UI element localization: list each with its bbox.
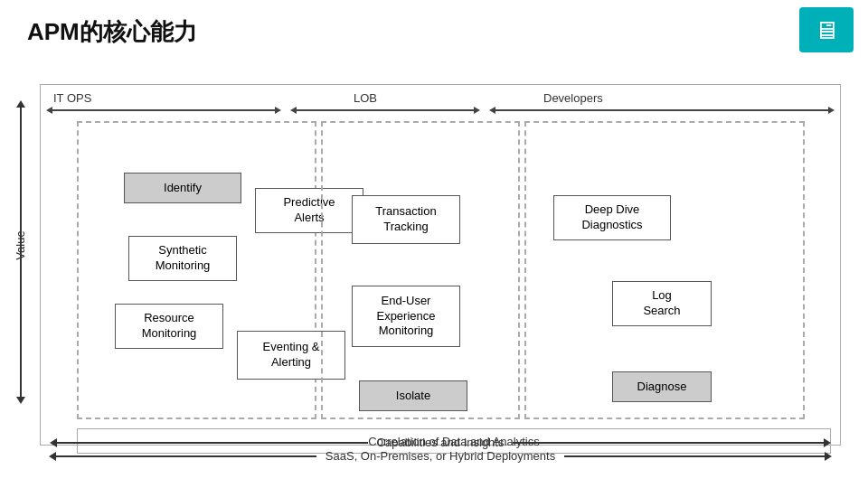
page-title: APM的核心能力: [0, 0, 868, 57]
box-identify: Identify: [124, 173, 241, 203]
label-capabilities: Capabilities and Insights: [368, 436, 514, 449]
label-saas: SaaS, On-Premises, or Hybrid Deployments: [316, 449, 564, 463]
box-diagnose: Diagnose: [612, 371, 712, 402]
section-lob: LOB: [290, 91, 377, 105]
area-itops: Identify Predictive Alerts Synthetic Mon…: [77, 121, 316, 419]
section-itops: IT OPS: [46, 91, 91, 105]
box-log-search: Log Search: [612, 281, 712, 326]
box-resource-monitoring: Resource Monitoring: [115, 304, 223, 349]
section-developers: Developers: [489, 91, 603, 105]
monitor-icon: 🖥: [814, 15, 839, 45]
box-synthetic-monitoring: Synthetic Monitoring: [128, 236, 237, 281]
area-developers: Deep Dive Diagnostics Log Search Diagnos…: [524, 121, 805, 419]
box-end-user-experience: End-User Experience Monitoring: [352, 286, 460, 347]
box-deep-dive-diagnostics: Deep Dive Diagnostics: [553, 195, 671, 240]
box-isolate: Isolate: [359, 380, 467, 411]
box-transaction-tracking: Transaction Tracking: [352, 195, 460, 244]
area-lob: Transaction Tracking End-User Experience…: [321, 121, 520, 419]
top-icon: 🖥: [799, 7, 854, 52]
